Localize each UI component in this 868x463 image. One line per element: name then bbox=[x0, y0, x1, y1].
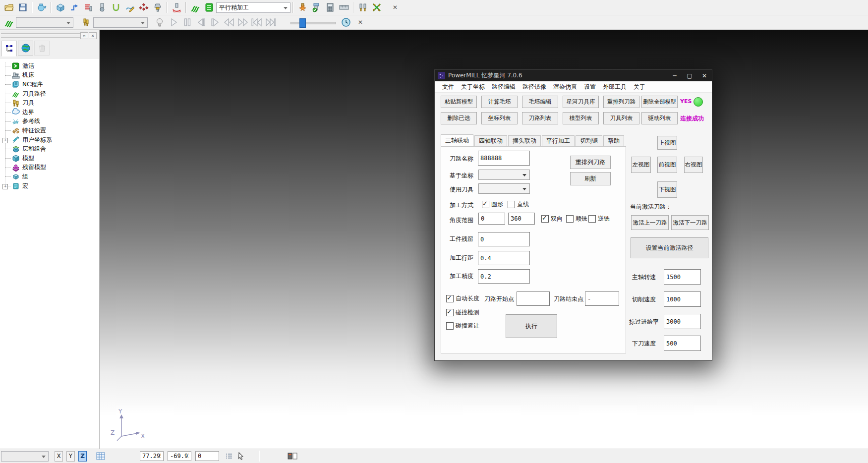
model-list-button[interactable]: 模型列表 bbox=[563, 112, 599, 124]
toolpath-verify-icon[interactable] bbox=[296, 1, 308, 13]
tab-saw[interactable]: 切割锯 bbox=[576, 135, 602, 146]
reorder-toolpaths-button[interactable]: 重排列刀路 bbox=[603, 96, 639, 108]
feed-rate-icon[interactable] bbox=[82, 1, 94, 13]
block-icon[interactable] bbox=[55, 1, 66, 13]
go-end-icon[interactable] bbox=[265, 16, 277, 28]
maximize-icon[interactable]: ▢ bbox=[682, 70, 697, 81]
activate-prev-button[interactable]: 激活上一刀路 bbox=[631, 215, 669, 230]
checkbox-checked-icon[interactable] bbox=[482, 201, 489, 208]
tab-head-tilt[interactable]: 摆头联动 bbox=[508, 135, 541, 146]
tree-item-stock-models[interactable]: 残留模型 bbox=[0, 163, 99, 173]
use-tool-select[interactable] bbox=[478, 183, 530, 194]
tool-check-icon[interactable] bbox=[310, 1, 322, 13]
edit-block-button[interactable]: 毛坯编辑 bbox=[522, 96, 558, 108]
close-icon[interactable]: ✕ bbox=[697, 70, 712, 81]
set-active-path-button[interactable]: 设置当前激活路径 bbox=[631, 237, 708, 258]
coord-list-button[interactable]: 坐标列表 bbox=[481, 112, 518, 124]
collision-detect-checkbox[interactable]: 碰撞检测 bbox=[446, 308, 479, 317]
lightbulb-icon[interactable] bbox=[154, 16, 166, 28]
view-bottom-button[interactable]: 下视图 bbox=[657, 181, 677, 198]
menu-external-tools[interactable]: 外部工具 bbox=[599, 83, 630, 91]
step-back-icon[interactable] bbox=[195, 16, 207, 28]
dialog-titlebar[interactable]: PowerMILL 忆梦星河 7.0.6 ─ ▢ ✕ bbox=[435, 70, 712, 81]
checkbox-icon[interactable] bbox=[446, 322, 454, 330]
auto-length-checkbox[interactable]: 自动长度 bbox=[446, 294, 479, 303]
delete-all-models-button[interactable]: 删除全部模型 bbox=[641, 96, 678, 108]
tool-library-button[interactable]: 星河刀具库 bbox=[563, 96, 599, 108]
tree-item-macros[interactable]: + 宏 bbox=[0, 181, 99, 191]
checkbox-icon[interactable] bbox=[566, 215, 574, 223]
skim-feed-input[interactable] bbox=[664, 314, 701, 329]
tab-explorer-tree[interactable] bbox=[1, 41, 17, 57]
sim-tool-combobox[interactable] bbox=[93, 17, 148, 28]
tab-parallel[interactable]: 平行加工 bbox=[542, 135, 575, 146]
paste-new-model-button[interactable]: 粘贴新模型 bbox=[441, 96, 477, 108]
mode-line-checkbox[interactable]: 直线 bbox=[508, 200, 529, 209]
axis-z-button[interactable]: Z bbox=[78, 451, 87, 462]
view-top-button[interactable]: 上视图 bbox=[657, 136, 677, 150]
checkbox-checked-icon[interactable] bbox=[541, 215, 549, 223]
stock-remain-input[interactable] bbox=[478, 232, 530, 246]
tree-item-tools[interactable]: 刀具 bbox=[0, 98, 99, 108]
angle-to-input[interactable] bbox=[508, 213, 535, 225]
path-start-input[interactable] bbox=[517, 291, 550, 306]
angle-from-input[interactable] bbox=[478, 213, 505, 225]
spindle-speed-input[interactable] bbox=[664, 269, 701, 285]
drive-list-button[interactable]: 驱动列表 bbox=[641, 112, 678, 124]
tab-4axis[interactable]: 四轴联动 bbox=[474, 135, 507, 146]
toolbar-close-icon[interactable]: ✕ bbox=[391, 3, 400, 12]
simulation-speed-slider[interactable] bbox=[290, 17, 336, 27]
clock-icon[interactable] bbox=[340, 16, 352, 28]
menu-about[interactable]: 关于 bbox=[630, 83, 649, 91]
expand-icon[interactable]: + bbox=[2, 138, 8, 143]
close-panel-icon[interactable]: ✕ bbox=[89, 32, 97, 39]
tree-item-feature-sets[interactable]: 特征设置 bbox=[0, 126, 99, 135]
tool-pair-icon[interactable] bbox=[357, 1, 369, 13]
collision-avoid-checkbox[interactable]: 碰撞避让 bbox=[446, 322, 479, 330]
tree-item-patterns[interactable]: 参考线 bbox=[0, 117, 99, 126]
pointer-icon[interactable] bbox=[237, 452, 245, 461]
rapid-heights-icon[interactable] bbox=[68, 1, 80, 13]
tree-item-machine[interactable]: 机床 bbox=[0, 71, 99, 80]
measure-icon[interactable] bbox=[338, 1, 350, 13]
tool-holder-icon[interactable] bbox=[152, 1, 164, 13]
mode-circle-checkbox[interactable]: 圆形 bbox=[482, 200, 503, 209]
float-panel-icon[interactable]: ▫ bbox=[80, 32, 88, 39]
rewind-icon[interactable] bbox=[223, 16, 235, 28]
cutting-feed-input[interactable] bbox=[664, 291, 701, 307]
checkbox-checked-icon[interactable] bbox=[446, 309, 454, 316]
reorder-toolpaths-button-2[interactable]: 重排列刀路 bbox=[570, 156, 611, 169]
checkbox-icon[interactable] bbox=[588, 215, 596, 223]
view-front-button[interactable]: 前视图 bbox=[657, 157, 677, 173]
activate-next-button[interactable]: 激活下一刀路 bbox=[671, 215, 709, 230]
tab-help[interactable]: 帮助 bbox=[603, 135, 624, 146]
expand-icon[interactable]: + bbox=[2, 184, 8, 189]
shaded-view-icon[interactable] bbox=[36, 1, 48, 13]
statusbar-combobox[interactable] bbox=[1, 451, 49, 462]
menu-path-edit[interactable]: 路径编辑 bbox=[488, 83, 519, 91]
panel-grip[interactable] bbox=[1, 35, 87, 38]
calculator-icon[interactable] bbox=[324, 1, 336, 13]
coord-y-input[interactable] bbox=[168, 451, 191, 461]
menu-render-sim[interactable]: 渲染仿真 bbox=[550, 83, 580, 91]
step-forward-icon[interactable] bbox=[209, 16, 221, 28]
toolpath-strategy-icon[interactable] bbox=[171, 1, 182, 13]
base-coord-select[interactable] bbox=[478, 170, 530, 180]
tree-item-active[interactable]: 激活 bbox=[0, 61, 99, 71]
tree-item-nc-programs[interactable]: NC程序 bbox=[0, 80, 99, 89]
checkbox-checked-icon[interactable] bbox=[446, 295, 454, 302]
tree-item-levels-and-sets[interactable]: 层和组合 bbox=[0, 144, 99, 154]
compute-block-button[interactable]: 计算毛坯 bbox=[481, 96, 518, 108]
menu-file[interactable]: 文件 bbox=[439, 83, 458, 91]
tool-list-button[interactable]: 刀具列表 bbox=[603, 112, 639, 124]
go-start-icon[interactable] bbox=[251, 16, 263, 28]
tool-ball-icon[interactable] bbox=[96, 1, 108, 13]
menu-path-mirror[interactable]: 路径镜像 bbox=[519, 83, 550, 91]
view-right-button[interactable]: 右视图 bbox=[684, 157, 703, 173]
delete-selected-button[interactable]: 删除已选 bbox=[441, 112, 477, 124]
pause-icon[interactable] bbox=[181, 16, 193, 28]
slider-handle[interactable] bbox=[299, 18, 306, 28]
tree-item-boundaries[interactable]: 边界 bbox=[0, 108, 99, 117]
panel-grip[interactable] bbox=[1, 31, 87, 34]
view-left-button[interactable]: 左视图 bbox=[631, 157, 651, 173]
